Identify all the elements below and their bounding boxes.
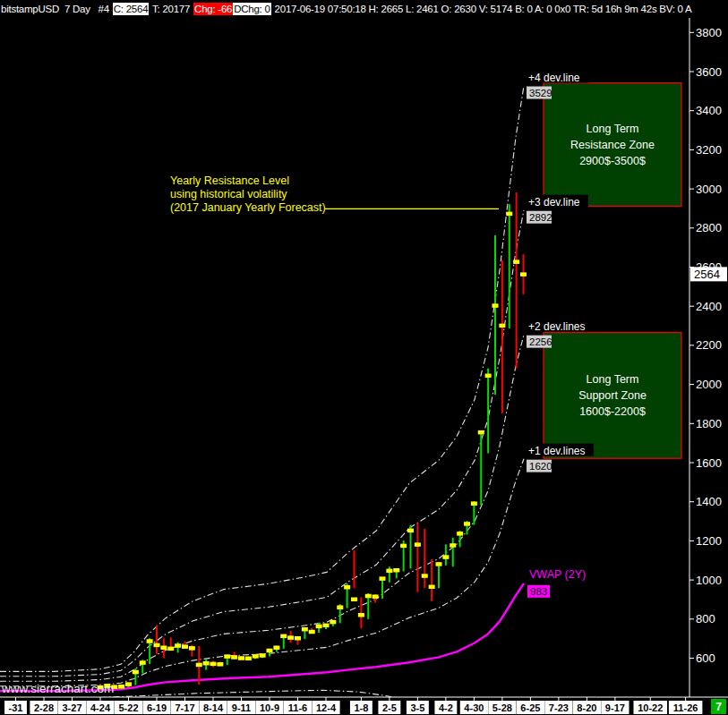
- chartbook-tab-7[interactable]: 7: [711, 699, 726, 714]
- close-marker: [373, 594, 379, 599]
- close-marker: [231, 655, 237, 660]
- date-tick-label: 11-6: [288, 702, 307, 713]
- date-tick-label: 1-8: [354, 702, 368, 713]
- close-marker: [147, 639, 153, 643]
- price-tick-label: 1200: [696, 534, 722, 548]
- close-marker: [450, 543, 456, 548]
- price-tick-label: 3600: [696, 65, 722, 79]
- date-tick-label: 11-26: [673, 702, 698, 713]
- close-marker: [485, 374, 492, 379]
- close-marker: [217, 662, 223, 667]
- date-tick-label: 9-11: [232, 702, 251, 713]
- price-tick-label: 800: [696, 612, 715, 626]
- dev-line-name: +4 dev.line: [528, 72, 580, 84]
- candle-bar: [407, 524, 414, 568]
- close-marker: [471, 501, 477, 506]
- close-marker: [154, 643, 160, 648]
- candle-bar: [485, 369, 492, 454]
- support-zone-text: 1600$-2200$: [579, 405, 646, 418]
- candle-bar: [217, 661, 223, 666]
- close-marker: [295, 636, 301, 641]
- price-tick-label: 2000: [696, 378, 722, 391]
- close-marker: [280, 634, 287, 639]
- price-tick-label: 3400: [696, 104, 722, 117]
- close-marker: [415, 542, 421, 547]
- close-marker: [436, 562, 442, 566]
- deviation-band-plus1: [0, 459, 524, 686]
- close-marker: [160, 645, 167, 650]
- header-segment: DChg: 0: [233, 3, 270, 15]
- header-segment: 2017-06-19 07:50:18 H: 2665 L: 2461 O: 2…: [271, 3, 693, 15]
- candle-bar: [175, 643, 181, 653]
- price-tick-label: 1400: [696, 495, 722, 508]
- candle-bar: [210, 661, 217, 668]
- candle-bar: [224, 654, 230, 665]
- date-tick-label: 4-30: [464, 702, 484, 713]
- dev-line-name: +2 dev.lines: [528, 320, 586, 333]
- close-marker: [344, 585, 350, 590]
- dev-line-value: 1620: [529, 461, 552, 472]
- price-tick-label: 3800: [696, 26, 722, 39]
- price-axis[interactable]: 3800360034003200300028002600240022002000…: [689, 26, 727, 665]
- close-marker: [125, 682, 132, 686]
- vwap-name: VWAP (2Y): [529, 568, 586, 581]
- candle-bar: [309, 628, 315, 634]
- date-tick-label: 3-5: [410, 702, 424, 713]
- header-segment: bitstampUSD 7 Day #4: [0, 3, 113, 15]
- price-tick-label: 2800: [696, 221, 722, 234]
- candle-bar: [499, 260, 505, 413]
- candle-bar: [267, 649, 273, 657]
- candle-bar: [118, 685, 124, 689]
- dev-line-value: 2892: [529, 212, 552, 223]
- candle-bar: [429, 559, 435, 601]
- close-marker: [245, 657, 252, 661]
- date-tick-label: 2-28: [34, 702, 54, 713]
- price-tick-label: 1600: [696, 456, 722, 470]
- candle-bar: [125, 682, 132, 687]
- close-marker: [407, 529, 414, 533]
- vwap-label: VWAP (2Y)983: [527, 568, 586, 598]
- chart-area[interactable]: Long TermResistance Zone2900$-3500$Long …: [0, 0, 728, 715]
- close-marker: [457, 532, 463, 536]
- candle-bar: [400, 541, 407, 572]
- candle-bar: [253, 654, 259, 659]
- price-tick-label: 600: [696, 651, 715, 665]
- close-marker: [140, 660, 146, 665]
- date-tick-label: 5-22: [118, 702, 138, 713]
- sierrachart-link[interactable]: www.sierrachart.com: [2, 682, 114, 695]
- close-marker: [429, 585, 435, 590]
- resistance-zone-text: Resistance Zone: [570, 139, 655, 151]
- last-price-value: 2564: [694, 268, 720, 281]
- candle-bar: [260, 653, 266, 658]
- candle-bar: [344, 583, 350, 609]
- date-tick-label: 8-14: [203, 702, 224, 713]
- close-marker: [210, 662, 217, 667]
- close-marker: [478, 430, 484, 435]
- date-tick-label: 3-27: [62, 702, 81, 713]
- annotation-line: using historical volatility: [170, 188, 287, 200]
- close-marker: [422, 574, 428, 578]
- resistance-zone-text: 2900$-3500$: [579, 155, 646, 167]
- candle-bar: [365, 593, 372, 619]
- date-axis[interactable]: -312-283-274-245-226-197-178-149-1110-91…: [4, 697, 702, 714]
- close-marker: [189, 646, 195, 651]
- close-marker: [499, 324, 505, 328]
- candle-bar: [295, 636, 301, 645]
- close-marker: [506, 212, 512, 217]
- candle-bar: [520, 254, 527, 294]
- close-marker: [513, 260, 519, 264]
- candle-bar: [386, 566, 392, 582]
- candle-bar: [245, 657, 252, 661]
- date-tick-label: 5-28: [492, 702, 512, 713]
- candle-bar: [273, 645, 279, 651]
- close-marker: [267, 649, 273, 653]
- close-marker: [260, 653, 266, 658]
- date-tick-label: 9-17: [605, 702, 625, 713]
- dev-line-value: 3529: [529, 88, 552, 98]
- resistance-zone-text: Long Term: [587, 123, 639, 135]
- date-tick-label: 2-5: [382, 702, 397, 713]
- close-marker: [358, 613, 364, 617]
- close-marker: [386, 569, 392, 574]
- header-segment: C: 2564: [113, 3, 150, 15]
- close-marker: [273, 645, 279, 650]
